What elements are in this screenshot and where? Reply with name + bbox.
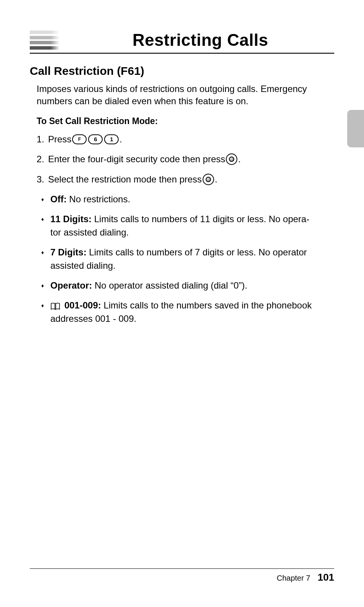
page-footer: Chapter 7 101 [277,571,334,583]
step-text-end: . [119,133,122,145]
option-text: Limits calls to numbers of 7 digits or l… [87,247,307,257]
page-title: Restricting Calls [66,31,334,50]
option-text: No operator assisted dialing (dial “0”). [92,280,247,291]
step-2: 2. Enter the four-digit security code th… [37,153,334,165]
option-text-cont: addresses 001 - 009. [50,313,334,325]
option-text-cont: assisted dialing. [50,260,334,272]
key-f-icon: F [72,134,87,144]
step-number: 3. [37,173,48,186]
option-label: Off: [50,194,67,204]
step-3: 3. Select the restriction mode then pres… [37,173,334,186]
option-001-009: 001-009: Limits calls to the numbers sav… [40,299,334,325]
key-6-icon: 6 [88,134,103,144]
step-text: Select the restriction mode then press [48,173,202,186]
section-heading: Call Restriction (F61) [30,65,334,77]
header-row: Restricting Calls [30,31,334,50]
option-label: 11 Digits: [50,214,92,224]
thumb-tab [347,110,364,147]
options-list: Off: No restrictions. 11 Digits: Limits … [40,193,334,325]
chapter-label: Chapter 7 [277,574,310,582]
section-logo-icon [30,31,60,50]
footer-divider [30,568,334,569]
option-text: Limits calls to the numbers saved in the… [101,300,312,310]
option-label: 001-009: [62,300,101,310]
option-off: Off: No restrictions. [40,193,334,205]
center-button-icon [226,153,237,165]
option-text: No restrictions. [67,194,130,204]
option-7-digits: 7 Digits: Limits calls to numbers of 7 d… [40,246,334,272]
step-text-end: . [238,153,241,165]
step-text: Enter the four-digit security code then … [48,153,225,165]
page-number: 101 [318,571,334,583]
section-intro: Imposes various kinds of restrictions on… [37,83,334,108]
step-number: 2. [37,153,48,165]
option-text-cont: tor assisted dialing. [50,226,334,239]
title-divider [30,53,334,54]
page: Restricting Calls Call Restriction (F61)… [0,0,364,607]
option-label: Operator: [50,280,92,291]
key-1-icon: 1 [104,134,119,144]
center-button-icon [203,174,214,185]
option-11-digits: 11 Digits: Limits calls to numbers of 11… [40,213,334,239]
option-text: Limits calls to numbers of 11 digits or … [92,214,309,224]
step-text-end: . [215,173,217,186]
steps-list: 1. Press F 6 1 . 2. Enter the four-digit… [37,133,334,186]
subsection-heading: To Set Call Restriction Mode: [37,116,334,126]
step-1: 1. Press F 6 1 . [37,133,334,145]
phonebook-icon [50,302,60,310]
step-number: 1. [37,133,48,145]
step-text: Press [48,133,71,145]
option-operator: Operator: No operator assisted dialing (… [40,279,334,292]
option-label: 7 Digits: [50,247,87,257]
